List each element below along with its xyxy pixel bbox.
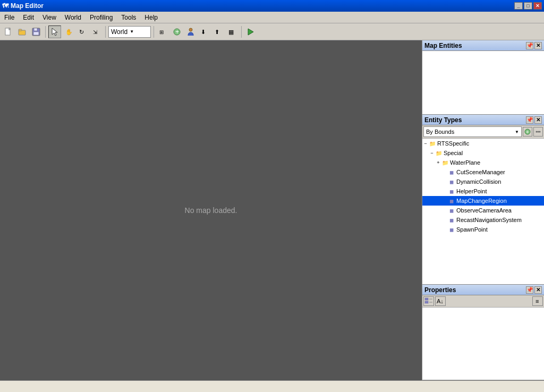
entity-types-toolbar: By Bounds ▼ + [422,125,544,139]
entity-icon: ◼ [448,208,455,214]
map-entities-panel: Map Entities 📌 ✕ [422,40,544,115]
svg-text:+: + [526,129,529,135]
new-button[interactable] [2,25,15,38]
entity-types-close-button[interactable]: ✕ [534,116,542,124]
folder-icon: 📁 [429,141,436,147]
properties-panel: Properties 📌 ✕ A↓ ≡ [422,285,544,380]
move-tool-button[interactable]: ✋ [62,25,75,38]
tree-item-label: Special [444,150,463,156]
tree-item-label: MapChangeRegion [456,198,507,204]
tree-expander-special[interactable]: − [429,150,435,156]
minimize-button[interactable]: _ [514,2,523,10]
menu-world[interactable]: World [61,13,86,22]
entity-types-pin-button[interactable]: 📌 [526,116,533,124]
tree-item-dynamic[interactable]: ◼DynamicCollision [422,177,544,186]
tree-item-spawn[interactable]: ◼SpawnPoint [422,225,544,234]
tree-item-label: CutSceneManager [456,169,505,175]
tree-item-label: RTSSpecific [437,140,469,147]
tree-expander-waterplane[interactable]: + [435,160,441,165]
separator-2 [105,26,106,38]
rotate-tool-button[interactable]: ↻ [76,25,89,38]
export-button[interactable]: ⬆ [212,25,225,38]
grid-button[interactable]: ▦ [226,25,239,38]
tree-item-label: HelperPoint [456,188,487,194]
separator-4 [241,26,242,38]
character-button[interactable] [184,25,197,38]
map-entities-header-buttons: 📌 ✕ [526,42,542,49]
svg-text:⬆: ⬆ [215,29,219,35]
tree-item-waterplane[interactable]: +📁WaterPlane [422,158,544,167]
properties-header: Properties 📌 ✕ [422,285,544,295]
tree-item-label: ObserveCameraArea [456,207,512,214]
entity-types-header-buttons: 📌 ✕ [526,116,542,124]
menu-bar: File Edit View World Profiling Tools Hel… [0,12,544,23]
world-dropdown[interactable]: World ▼ [108,26,151,38]
add-entity-button[interactable]: + [171,25,183,38]
select-tool-button[interactable] [48,25,61,38]
props-sort-button[interactable]: A↓ [435,296,446,306]
filter-dropdown[interactable]: By Bounds ▼ [423,126,522,137]
svg-rect-5 [34,28,37,31]
tree-item-rtss[interactable]: −📁RTSSpecific [422,139,544,148]
menu-help[interactable]: Help [140,13,162,22]
no-map-message: No map loaded. [185,206,237,215]
main-layout: No map loaded. Map Entities 📌 ✕ Entity T… [0,40,544,380]
play-button[interactable] [244,25,257,38]
tree-item-special[interactable]: −📁Special [422,148,544,158]
entity-icon: ◼ [448,179,455,185]
entity-add-button[interactable]: + [523,127,532,137]
right-panels: Map Entities 📌 ✕ Entity Types 📌 ✕ By Bou… [422,40,544,380]
maximize-button[interactable]: □ [524,2,532,10]
tree-item-cutscene[interactable]: ◼CutSceneManager [422,167,544,177]
entity-tree: −📁RTSSpecific−📁Special+📁WaterPlane ◼CutS… [422,139,544,284]
folder-icon: 📁 [441,160,449,166]
entity-icon: ◼ [448,227,455,233]
svg-text:▦: ▦ [228,29,234,35]
title-bar-buttons: _ □ ✕ [514,2,542,10]
snap-button[interactable]: ⊞ [157,25,169,38]
svg-marker-7 [52,28,57,36]
map-entities-close-button[interactable]: ✕ [534,42,542,49]
menu-file[interactable]: File [0,13,19,22]
tree-item-observe[interactable]: ◼ObserveCameraArea [422,206,544,215]
menu-view[interactable]: View [38,13,61,22]
entity-options-button[interactable] [533,127,543,137]
entity-icon: ◼ [448,198,455,204]
save-button[interactable] [30,25,42,38]
svg-text:⬇: ⬇ [201,29,206,35]
entity-icon: ◼ [448,189,455,194]
tree-item-label: RecastNavigationSystem [456,217,522,223]
properties-content [422,308,544,380]
properties-toolbar: A↓ ≡ [422,295,544,308]
svg-text:+: + [175,28,179,36]
properties-header-buttons: 📌 ✕ [526,286,542,294]
properties-close-button[interactable]: ✕ [534,286,542,294]
open-button[interactable] [16,25,29,38]
dropdown-arrow-icon: ▼ [130,29,134,34]
map-entities-pin-button[interactable]: 📌 [526,42,533,49]
entity-types-header: Entity Types 📌 ✕ [422,115,544,125]
svg-text:⇲: ⇲ [93,29,97,35]
properties-pin-button[interactable]: 📌 [526,286,533,294]
props-help-button[interactable]: ≡ [532,296,543,306]
svg-rect-6 [33,32,39,35]
entity-types-panel: Entity Types 📌 ✕ By Bounds ▼ + −📁RTSSp [422,115,544,285]
title-bar-left: 🗺 Map Editor [2,2,44,10]
entity-types-title: Entity Types [424,116,462,124]
scale-tool-button[interactable]: ⇲ [90,25,103,38]
entity-icon: ◼ [448,169,455,175]
props-category-button[interactable] [423,296,434,306]
tree-expander-rtss[interactable]: − [422,141,429,146]
menu-edit[interactable]: Edit [19,13,38,22]
menu-profiling[interactable]: Profiling [86,13,117,22]
tree-item-recast[interactable]: ◼RecastNavigationSystem [422,215,544,225]
import-button[interactable]: ⬇ [198,25,211,38]
separator-3 [154,26,154,38]
tree-item-mapchange[interactable]: ◼MapChangeRegion [422,196,544,206]
menu-tools[interactable]: Tools [117,13,140,22]
folder-icon: 📁 [435,150,443,156]
tree-item-helper[interactable]: ◼HelperPoint [422,186,544,196]
separator-1 [45,26,46,38]
close-button[interactable]: ✕ [533,2,542,10]
svg-text:✋: ✋ [65,28,73,36]
